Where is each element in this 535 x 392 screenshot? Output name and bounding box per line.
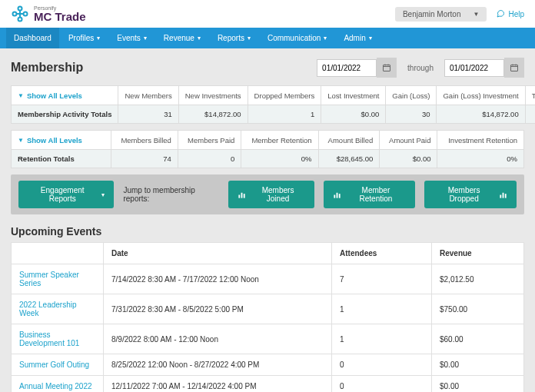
col-header: Date <box>104 243 332 264</box>
svg-rect-10 <box>336 192 337 198</box>
cell: $60.00 <box>432 324 524 354</box>
nav-communication[interactable]: Communication▾ <box>260 28 334 48</box>
nav-profiles[interactable]: Profiles▾ <box>61 28 108 48</box>
date-to-picker-button[interactable] <box>504 58 524 78</box>
show-all-levels-activity[interactable]: ▼ Show All Levels <box>18 91 82 100</box>
help-label: Help <box>508 10 524 18</box>
reports-bar: Engagement Reports ▾ Jump to membership … <box>11 174 524 214</box>
svg-point-3 <box>18 18 22 22</box>
col-header: Investment Retention <box>437 131 524 150</box>
brand-logo-icon <box>11 5 29 23</box>
retention-totals-row: Retention Totals 74 0 0% $28,645.00 $0.0… <box>12 150 524 168</box>
event-link[interactable]: Summer Golf Outing <box>19 360 89 369</box>
col-header <box>12 243 104 264</box>
events-table: Date Attendees Revenue Summer Speaker Se… <box>11 242 524 392</box>
cell: $0.00 <box>321 105 386 124</box>
brand-title: MC Trade <box>34 11 86 22</box>
cell: 823 <box>525 105 535 124</box>
nav-events[interactable]: Events▾ <box>109 28 155 48</box>
date-to-input[interactable] <box>444 59 504 77</box>
svg-point-0 <box>18 7 22 11</box>
chat-icon <box>496 9 505 18</box>
nav-dashboard[interactable]: Dashboard <box>6 28 59 48</box>
help-link[interactable]: Help <box>496 9 524 18</box>
jump-label: Jump to membership reports: <box>123 186 219 203</box>
svg-rect-4 <box>384 65 390 71</box>
event-link[interactable]: Business Development 101 <box>19 331 79 347</box>
page-content: Membership through ▼ Show All <box>0 48 535 392</box>
members-joined-button[interactable]: Members Joined <box>228 181 314 208</box>
event-link[interactable]: Summer Speaker Series <box>19 271 79 287</box>
totals-label: Retention Totals <box>12 150 111 168</box>
bar-chart-icon <box>499 191 507 199</box>
cell: $14,872.00 <box>437 105 525 124</box>
through-label: through <box>407 64 434 72</box>
cell: $0.00 <box>432 354 524 376</box>
col-header: Total Members <box>525 86 535 105</box>
cell: 1 <box>332 324 432 354</box>
cell: 7 <box>332 264 432 294</box>
cell: $14,872.00 <box>178 105 248 124</box>
caret-down-icon: ▾ <box>198 35 201 42</box>
cell: $0.00 <box>432 376 524 393</box>
cell: 12/11/2022 7:00 AM - 12/14/2022 4:00 PM <box>104 376 332 393</box>
topbar: Personify MC Trade Benjamin Morton ▼ Hel… <box>0 0 535 28</box>
nav-revenue[interactable]: Revenue▾ <box>156 28 208 48</box>
event-link[interactable]: Annual Meeting 2022 <box>19 382 92 390</box>
col-header: Members Billed <box>111 131 178 150</box>
cell: 30 <box>386 105 437 124</box>
caret-down-icon: ▾ <box>97 35 100 42</box>
svg-rect-9 <box>334 194 335 198</box>
cell: 74 <box>111 150 178 168</box>
date-from-picker-button[interactable] <box>377 58 397 78</box>
col-header: Member Retention <box>241 131 318 150</box>
cell: 7/31/2022 8:30 AM - 8/5/2022 5:00 PM <box>104 294 332 324</box>
engagement-reports-button[interactable]: Engagement Reports ▾ <box>18 181 114 208</box>
members-dropped-button[interactable]: Members Dropped <box>424 181 517 208</box>
cell: 0% <box>437 150 524 168</box>
table-row: Summer Speaker Series 7/14/2022 8:30 AM … <box>12 264 524 294</box>
retention-table: ▼ Show All Levels Members Billed Members… <box>11 130 524 168</box>
caret-down-icon: ▼ <box>474 11 480 18</box>
cell: 0 <box>332 354 432 376</box>
caret-down-icon: ▾ <box>248 35 251 42</box>
nav-reports[interactable]: Reports▾ <box>210 28 258 48</box>
event-link[interactable]: 2022 Leadership Week <box>19 301 77 317</box>
table-row: Summer Golf Outing 8/25/2022 12:00 Noon … <box>12 354 524 376</box>
member-retention-button[interactable]: Member Retention <box>324 181 415 208</box>
col-header: New Members <box>118 86 178 105</box>
col-header: Amount Paid <box>380 131 437 150</box>
col-header: New Investments <box>178 86 248 105</box>
user-dropdown[interactable]: Benjamin Morton ▼ <box>395 7 487 22</box>
caret-down-icon: ▼ <box>18 92 24 99</box>
col-header: Gain (Loss) Investment <box>437 86 525 105</box>
cell: 0 <box>332 376 432 393</box>
caret-down-icon: ▾ <box>369 35 372 42</box>
svg-rect-6 <box>239 194 241 198</box>
svg-point-2 <box>24 12 28 16</box>
col-header: Members Paid <box>178 131 241 150</box>
svg-rect-12 <box>500 194 501 198</box>
page-title: Membership <box>11 61 83 75</box>
table-row: Business Development 101 8/9/2022 8:00 A… <box>12 324 524 354</box>
svg-rect-8 <box>244 194 245 198</box>
svg-rect-11 <box>339 194 341 198</box>
navbar: Dashboard Profiles▾ Events▾ Revenue▾ Rep… <box>0 28 535 48</box>
calendar-icon <box>382 63 391 72</box>
cell: 1 <box>248 105 321 124</box>
show-all-levels-retention[interactable]: ▼ Show All Levels <box>18 136 82 145</box>
date-from-input[interactable] <box>317 59 377 77</box>
table-row: Annual Meeting 2022 12/11/2022 7:00 AM -… <box>12 376 524 393</box>
svg-point-1 <box>13 12 17 16</box>
svg-rect-13 <box>503 192 504 198</box>
cell: 31 <box>118 105 178 124</box>
date-filter: through <box>317 58 524 78</box>
nav-admin[interactable]: Admin▾ <box>336 28 379 48</box>
caret-down-icon: ▼ <box>18 137 24 144</box>
svg-rect-5 <box>511 65 518 71</box>
svg-rect-7 <box>241 192 243 198</box>
cell: 0 <box>178 150 241 168</box>
caret-down-icon: ▾ <box>324 35 327 42</box>
table-row: 2022 Leadership Week 7/31/2022 8:30 AM -… <box>12 294 524 324</box>
bar-chart-icon <box>238 191 246 199</box>
